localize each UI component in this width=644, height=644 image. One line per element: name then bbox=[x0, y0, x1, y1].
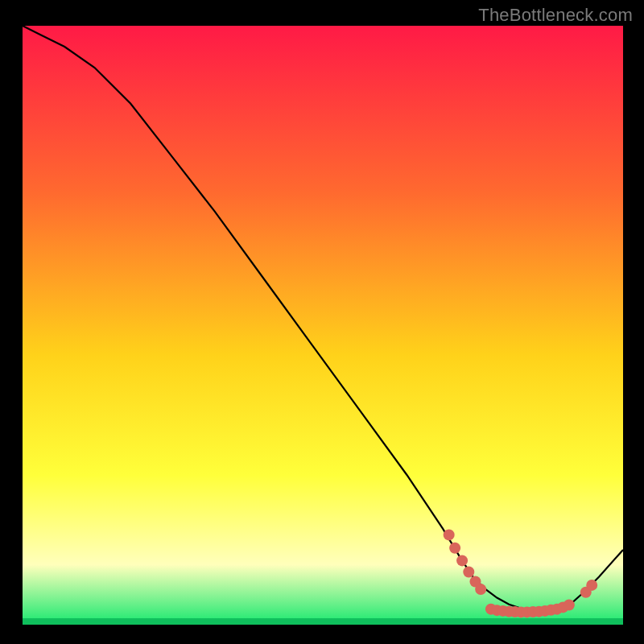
watermark-text: TheBottleneck.com bbox=[478, 5, 633, 26]
data-marker bbox=[449, 543, 460, 554]
bottom-green-bar bbox=[23, 618, 623, 625]
data-marker bbox=[586, 580, 597, 591]
data-marker bbox=[463, 567, 474, 578]
data-marker bbox=[564, 599, 575, 610]
chart-frame: TheBottleneck.com bbox=[0, 0, 644, 644]
plot-area bbox=[23, 26, 623, 625]
chart-svg bbox=[23, 26, 623, 625]
data-marker bbox=[456, 555, 468, 566]
data-marker bbox=[444, 529, 455, 540]
gradient-background bbox=[23, 26, 623, 625]
data-marker bbox=[475, 584, 486, 595]
